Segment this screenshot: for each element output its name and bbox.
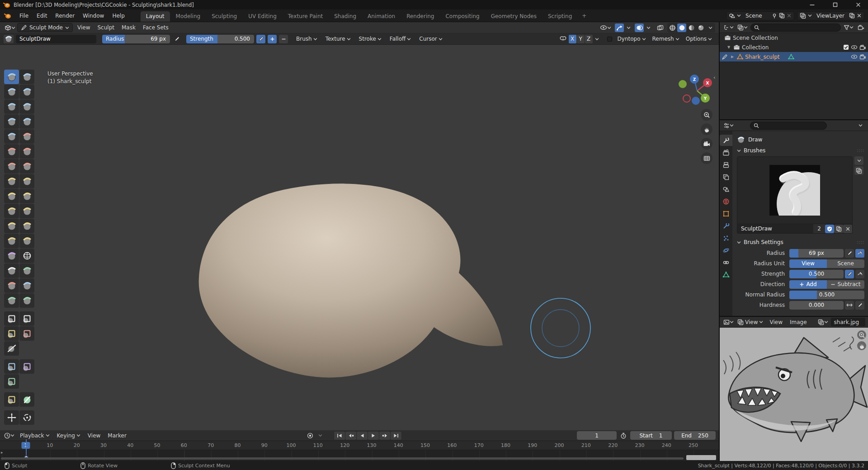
viewlayer-selector[interactable]: ViewLayer: [797, 11, 864, 20]
tool-nudge[interactable]: [4, 219, 19, 233]
symmetry-dropdown[interactable]: [593, 35, 602, 43]
disable-render-icon[interactable]: [859, 45, 866, 50]
properties-tab-constraints[interactable]: [720, 257, 732, 268]
outliner-row-scene-collection[interactable]: Scene Collection: [720, 33, 868, 42]
symmetry-y-toggle[interactable]: Y: [577, 35, 585, 43]
tool-slide-relax[interactable]: [4, 234, 19, 248]
workspace-tab-rendering[interactable]: Rendering: [401, 11, 439, 22]
properties-search-input[interactable]: [750, 122, 827, 130]
blender-menu-button[interactable]: [0, 9, 15, 22]
show-object-types-button[interactable]: [599, 24, 612, 32]
tool-simplify[interactable]: [19, 249, 34, 263]
tool-clay[interactable]: [4, 85, 19, 99]
workspace-tab-geometry-nodes[interactable]: Geometry Nodes: [486, 11, 542, 22]
workspace-tab-shading[interactable]: Shading: [329, 11, 362, 22]
workspace-tab-modeling[interactable]: Modeling: [170, 11, 206, 22]
properties-tab-data[interactable]: [720, 269, 732, 280]
timeline-menu-keying[interactable]: Keying: [53, 432, 84, 439]
hardness-pressure-button[interactable]: [855, 301, 864, 310]
play-reverse-button[interactable]: [357, 432, 368, 440]
unlink-scene-icon[interactable]: [787, 13, 792, 18]
tool-panel-cursor[interactable]: Cursor: [416, 35, 445, 43]
remesh-menu[interactable]: Remesh: [649, 35, 683, 43]
timeline-ruler[interactable]: 1 10203040506070809010011012013014015016…: [0, 441, 719, 450]
tool-layer[interactable]: [19, 99, 34, 114]
direction-add-button[interactable]: [268, 35, 277, 43]
outliner-row-shark-sculpt[interactable]: ▶ Shark_sculpt: [720, 52, 868, 61]
timeline-menu-view[interactable]: View: [84, 432, 104, 439]
direction-subtract-button[interactable]: Subtract: [827, 280, 864, 289]
outliner-filter-button[interactable]: [843, 23, 854, 32]
xray-toggle[interactable]: [656, 24, 665, 32]
direction-add-button[interactable]: Add: [789, 280, 827, 289]
tool-thumb[interactable]: [4, 204, 19, 218]
properties-tab-modifiers[interactable]: [720, 220, 732, 231]
symmetry-z-toggle[interactable]: Z: [585, 35, 593, 43]
reference-image-canvas[interactable]: [720, 328, 868, 461]
dyntopo-checkbox[interactable]: [605, 35, 614, 43]
properties-tab-scene[interactable]: [720, 183, 732, 195]
brush-users-count[interactable]: 2: [813, 224, 825, 233]
tool-inflate[interactable]: [4, 114, 19, 129]
disclosure-triangle[interactable]: ▼: [726, 45, 731, 49]
workspace-tab-animation[interactable]: Animation: [362, 11, 401, 22]
tool-clay-thumb[interactable]: [4, 99, 19, 114]
tool-blob[interactable]: [19, 114, 34, 129]
tool-snake-hook[interactable]: [19, 189, 34, 203]
maximize-button[interactable]: [825, 0, 845, 9]
workspace-tab-sculpting[interactable]: Sculpting: [206, 11, 242, 22]
panel-grip[interactable]: ::::: [857, 240, 864, 244]
outliner-editor-type-button[interactable]: [722, 23, 735, 32]
radius-pressure-button[interactable]: [172, 35, 181, 43]
tool-box-mask[interactable]: [4, 311, 19, 326]
radius-unit-view-button[interactable]: View: [789, 259, 827, 268]
menu-edit[interactable]: Edit: [33, 9, 51, 22]
tool-panel-brush[interactable]: Brush: [293, 35, 321, 43]
scene-name[interactable]: Scene: [743, 13, 770, 19]
auto-keying-button[interactable]: [306, 431, 315, 440]
radius-pressure-button[interactable]: [845, 249, 854, 258]
tool-box-hide[interactable]: [19, 311, 34, 326]
shading-material-button[interactable]: [687, 24, 696, 32]
pin-icon[interactable]: [772, 13, 777, 19]
show-overlays-button[interactable]: [635, 24, 644, 32]
viewport-menu-sculpt[interactable]: Sculpt: [94, 24, 118, 31]
workspace-tab-compositing[interactable]: Compositing: [440, 11, 485, 22]
tool-draw-face-sets[interactable]: [19, 263, 34, 278]
dyntopo-menu[interactable]: Dyntopo: [614, 35, 649, 43]
tool-draw-sharp[interactable]: [19, 70, 34, 84]
tool-line-project[interactable]: [4, 341, 19, 356]
image-editor-type-button[interactable]: [722, 318, 735, 326]
tool-multiplane-scrape[interactable]: [19, 159, 34, 174]
shading-wireframe-button[interactable]: [668, 24, 677, 32]
disable-render-icon[interactable]: [859, 54, 866, 60]
direction-subtract-button[interactable]: [279, 35, 288, 43]
tool-box-trim[interactable]: [19, 326, 34, 341]
new-collection-button[interactable]: [856, 23, 865, 32]
options-menu[interactable]: Options: [683, 35, 715, 43]
tool-panel-stroke[interactable]: Stroke: [356, 35, 385, 43]
viewport-3d[interactable]: Sculpt Mode ViewSculptMaskFace Sets Scul…: [0, 22, 719, 430]
strength-pressure-button[interactable]: [845, 270, 854, 278]
overlays-dropdown[interactable]: [644, 24, 653, 32]
image-editor-menu-view[interactable]: View: [766, 319, 786, 325]
strength-slider[interactable]: Strength 0.500: [186, 35, 254, 43]
gizmo-axis-ball[interactable]: [692, 97, 700, 105]
gizmo-axis-ball[interactable]: [679, 80, 687, 88]
tool-pose[interactable]: [19, 204, 34, 218]
disclosure-triangle[interactable]: ▶: [730, 55, 735, 59]
active-brush-name-field[interactable]: SculptDraw: [16, 35, 96, 43]
menu-render[interactable]: Render: [51, 9, 79, 22]
brushes-panel-header[interactable]: Brushes ::::: [737, 146, 864, 155]
tool-boundary[interactable]: [19, 234, 34, 248]
shading-rendered-button[interactable]: [696, 24, 705, 32]
properties-tab-object[interactable]: [720, 208, 732, 219]
strength-tablet-button[interactable]: [855, 270, 864, 278]
tool-smear[interactable]: [19, 293, 34, 308]
current-frame-field[interactable]: 1: [577, 431, 617, 440]
keying-set-dropdown[interactable]: [316, 431, 325, 440]
workspace-tab-scripting[interactable]: Scripting: [542, 11, 577, 22]
outliner-search-input[interactable]: [750, 24, 841, 32]
properties-tab-view-layer[interactable]: [720, 171, 732, 183]
brush-settings-panel-header[interactable]: Brush Settings ::::: [737, 237, 864, 247]
